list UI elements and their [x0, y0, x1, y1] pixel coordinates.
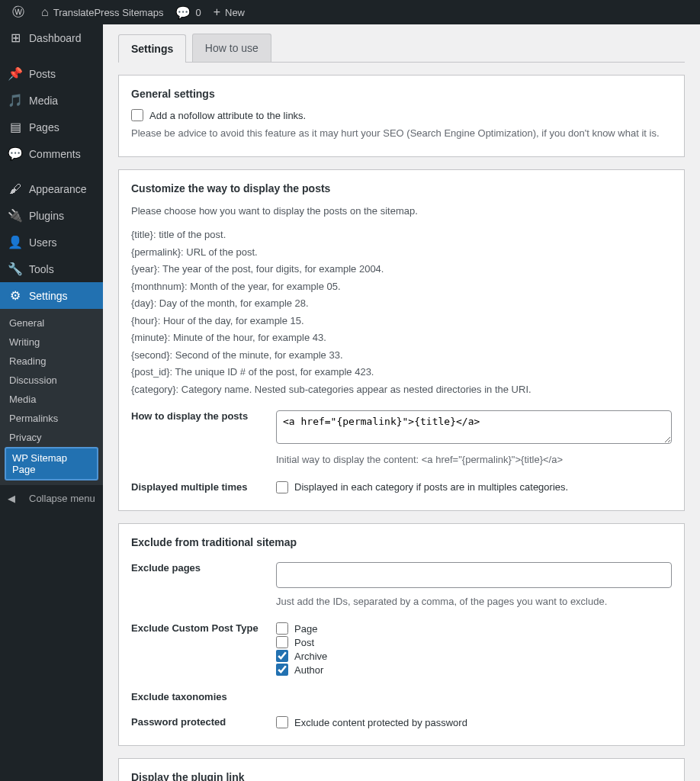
- token-category: {category}: Category name. Nested sub-ca…: [131, 382, 672, 397]
- wrench-icon: 🔧: [8, 262, 23, 276]
- dashboard-icon: ⊞: [8, 31, 23, 45]
- cpt-post-checkbox[interactable]: [276, 636, 288, 648]
- wordpress-icon: ⓦ: [12, 5, 24, 21]
- exclude-pages-label: Exclude pages: [131, 562, 276, 609]
- menu-comments[interactable]: 💬Comments: [0, 140, 103, 167]
- menu-appearance[interactable]: 🖌Appearance: [0, 176, 103, 202]
- pin-icon: 📌: [8, 66, 23, 81]
- nofollow-checkbox[interactable]: [131, 109, 143, 121]
- panel-customize: Customize the way to display the posts P…: [118, 169, 685, 511]
- exclude-pages-input[interactable]: [276, 562, 672, 588]
- cpt-archive-label[interactable]: Archive: [294, 651, 327, 662]
- panel-general: General settings Add a nofollow attribut…: [118, 75, 685, 157]
- multi-checkbox[interactable]: [276, 481, 288, 493]
- media-icon: 🎵: [8, 93, 23, 108]
- tab-how-to-use[interactable]: How to use: [192, 34, 271, 62]
- cpt-post-label[interactable]: Post: [294, 637, 314, 648]
- menu-tools[interactable]: 🔧Tools: [0, 256, 103, 282]
- how-display-textarea[interactable]: [276, 410, 672, 444]
- token-permalink: {permalink}: URL of the post.: [131, 245, 672, 260]
- comments-count: 0: [195, 7, 201, 18]
- menu-media[interactable]: 🎵Media: [0, 87, 103, 114]
- submenu-media[interactable]: Media: [0, 390, 103, 409]
- submenu-writing[interactable]: Writing: [0, 333, 103, 352]
- menu-plugins[interactable]: 🔌Plugins: [0, 202, 103, 229]
- cpt-author-checkbox[interactable]: [276, 664, 288, 676]
- token-title: {title}: title of the post.: [131, 227, 672, 243]
- password-check-label[interactable]: Exclude content protected by password: [294, 717, 467, 728]
- cpt-archive-checkbox[interactable]: [276, 650, 288, 662]
- nofollow-hint: Please be advice to avoid this feature a…: [131, 126, 672, 141]
- exclude-pages-hint: Just add the IDs, separated by a comma, …: [276, 594, 672, 609]
- submenu-permalinks[interactable]: Permalinks: [0, 409, 103, 428]
- cpt-page-checkbox[interactable]: [276, 622, 288, 635]
- customize-intro: Please choose how you want to display th…: [131, 204, 672, 219]
- tab-settings[interactable]: Settings: [118, 34, 186, 63]
- menu-dashboard[interactable]: ⊞Dashboard: [0, 24, 103, 51]
- password-label: Password protected: [131, 716, 276, 730]
- token-list: {title}: title of the post. {permalink}:…: [131, 227, 672, 397]
- comment-icon: 💬: [175, 5, 191, 20]
- panel-exclude: Exclude from traditional sitemap Exclude…: [118, 523, 685, 747]
- new-label: New: [225, 7, 245, 18]
- site-link[interactable]: ⌂TranslatePress Sitemaps: [35, 0, 169, 24]
- user-icon: 👤: [8, 235, 23, 249]
- panel-general-title: General settings: [131, 88, 672, 100]
- token-day: {day}: Day of the month, for example 28.: [131, 296, 672, 311]
- comments-link[interactable]: 💬0: [169, 0, 207, 24]
- sliders-icon: ⚙: [8, 288, 23, 303]
- chevron-left-icon: ◀: [8, 493, 23, 504]
- brush-icon: 🖌: [8, 182, 23, 196]
- submenu-discussion[interactable]: Discussion: [0, 371, 103, 390]
- site-title: TranslatePress Sitemaps: [53, 7, 164, 18]
- menu-posts[interactable]: 📌Posts: [0, 60, 103, 87]
- nofollow-label[interactable]: Add a nofollow attribute to the links.: [149, 110, 306, 121]
- collapse-menu[interactable]: ◀Collapse menu: [0, 485, 103, 512]
- panel-exclude-title: Exclude from traditional sitemap: [131, 536, 672, 548]
- multi-label: Displayed multiple times: [131, 481, 276, 495]
- home-icon: ⌂: [41, 5, 49, 19]
- token-second: {second}: Second of the minute, for exam…: [131, 348, 672, 363]
- admin-sidebar: ⊞Dashboard 📌Posts 🎵Media ▤Pages 💬Comment…: [0, 24, 103, 781]
- new-link[interactable]: +New: [207, 0, 251, 24]
- submenu-privacy[interactable]: Privacy: [0, 428, 103, 447]
- admin-bar: ⓦ ⌂TranslatePress Sitemaps 💬0 +New: [0, 0, 700, 24]
- panel-plugin-link-title: Display the plugin link: [131, 771, 672, 781]
- wp-logo[interactable]: ⓦ: [6, 0, 35, 24]
- page-icon: ▤: [8, 120, 23, 134]
- cpt-page-label[interactable]: Page: [294, 623, 317, 635]
- plug-icon: 🔌: [8, 208, 23, 223]
- password-checkbox[interactable]: [276, 716, 288, 728]
- cpt-author-label[interactable]: Author: [294, 664, 323, 676]
- token-hour: {hour}: Hour of the day, for example 15.: [131, 313, 672, 329]
- plus-icon: +: [214, 5, 220, 19]
- submenu-reading[interactable]: Reading: [0, 352, 103, 371]
- token-monthnum: {monthnum}: Month of the year, for examp…: [131, 279, 672, 294]
- main-content: Settings How to use General settings Add…: [103, 24, 700, 781]
- tabs: Settings How to use: [118, 34, 685, 63]
- exclude-tax-label: Exclude taxonomies: [131, 691, 276, 702]
- how-display-hint: Initial way to display the content: <a h…: [276, 452, 672, 468]
- panel-customize-title: Customize the way to display the posts: [131, 182, 672, 194]
- submenu-general[interactable]: General: [0, 313, 103, 333]
- comment-icon: 💬: [8, 146, 23, 161]
- menu-settings[interactable]: ⚙Settings: [0, 282, 103, 309]
- token-postid: {post_id}: The unique ID # of the post, …: [131, 365, 672, 380]
- exclude-cpt-label: Exclude Custom Post Type: [131, 622, 276, 677]
- menu-users[interactable]: 👤Users: [0, 229, 103, 256]
- submenu-wp-sitemap-page[interactable]: WP Sitemap Page: [5, 447, 98, 480]
- menu-pages[interactable]: ▤Pages: [0, 114, 103, 140]
- settings-submenu: General Writing Reading Discussion Media…: [0, 309, 103, 485]
- token-year: {year}: The year of the post, four digit…: [131, 262, 672, 277]
- how-display-label: How to display the posts: [131, 410, 276, 468]
- panel-plugin-link: Display the plugin link Display the plug…: [118, 758, 685, 781]
- multi-check-label[interactable]: Displayed in each category if posts are …: [294, 481, 568, 493]
- token-minute: {minute}: Minute of the hour, for exampl…: [131, 330, 672, 346]
